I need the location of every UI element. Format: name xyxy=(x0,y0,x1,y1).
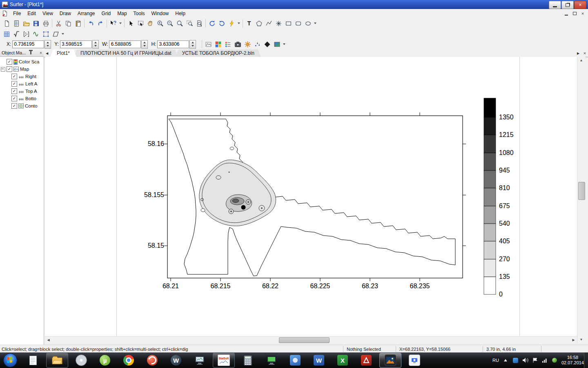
menu-grid[interactable]: Grid xyxy=(98,9,114,18)
vector-map-button[interactable] xyxy=(262,40,272,49)
checkbox-checked[interactable]: ✓ xyxy=(11,96,17,101)
language-indicator[interactable]: RU xyxy=(492,358,499,363)
context-help-button[interactable] xyxy=(108,19,118,28)
taskbar-blue-app[interactable] xyxy=(285,353,306,367)
dropdown-caret-icon[interactable] xyxy=(119,22,122,24)
h-input[interactable] xyxy=(157,40,189,48)
taskbar-chrome[interactable] xyxy=(118,353,139,367)
menu-file[interactable]: File xyxy=(10,9,24,18)
polygon-tool-button[interactable] xyxy=(254,19,264,28)
mdi-minimize-button[interactable] xyxy=(563,10,570,16)
vertical-scroll-thumb[interactable] xyxy=(578,182,585,200)
rounded-rect-tool-button[interactable] xyxy=(293,19,303,28)
zoom-out-button[interactable] xyxy=(165,19,175,28)
zoom-window-button[interactable] xyxy=(185,19,194,28)
save-button[interactable] xyxy=(31,19,41,28)
pin-icon[interactable] xyxy=(30,51,31,54)
grid-spline-button[interactable] xyxy=(31,29,41,39)
dropdown-caret-icon[interactable] xyxy=(238,22,240,24)
taskbar-red-app[interactable] xyxy=(142,353,163,367)
y-tick-label[interactable]: 58.15 xyxy=(148,242,164,249)
x-tick-label[interactable]: 68.215 xyxy=(211,283,231,289)
y-tick-label[interactable]: 58.155 xyxy=(144,191,164,198)
network-icon[interactable] xyxy=(542,357,548,364)
x-tick-label[interactable]: 68.22 xyxy=(262,283,278,289)
tab-close-button[interactable]: × xyxy=(581,49,588,57)
polyline-tool-button[interactable] xyxy=(264,19,274,28)
redraw-button[interactable] xyxy=(207,19,217,28)
cut-button[interactable] xyxy=(53,19,63,28)
dropdown-caret-icon[interactable] xyxy=(283,43,285,45)
menu-arrange[interactable]: Arrange xyxy=(74,9,98,18)
volume-icon[interactable] xyxy=(522,357,528,364)
grid-button[interactable] xyxy=(2,29,11,39)
grid-node-edit-button[interactable] xyxy=(41,29,51,39)
menu-help[interactable]: Help xyxy=(172,9,189,18)
digitize-button[interactable] xyxy=(227,19,236,28)
rectangle-tool-button[interactable] xyxy=(283,19,293,28)
zoom-page-button[interactable] xyxy=(194,19,204,28)
y-tick-label[interactable]: 58.16 xyxy=(148,140,164,147)
color-scale-bar[interactable] xyxy=(484,98,496,294)
panel-close-button[interactable]: × xyxy=(38,51,44,55)
taskbar-statistica[interactable]: StatSoft xyxy=(213,353,235,368)
text-tool-button[interactable]: T xyxy=(244,19,254,28)
taskbar-excel[interactable]: X xyxy=(332,353,353,367)
menu-edit[interactable]: Edit xyxy=(24,9,39,18)
paste-button[interactable] xyxy=(73,19,83,28)
checkbox-checked[interactable]: ✓ xyxy=(7,66,12,72)
dropdown-caret-icon[interactable] xyxy=(314,22,316,24)
dropdown-caret-icon[interactable] xyxy=(62,33,64,35)
tree-item-right-axis[interactable]: ✓ Right xyxy=(0,73,44,80)
tree-item-contours[interactable]: ✓ Conto xyxy=(0,102,44,110)
checkbox-checked[interactable]: ✓ xyxy=(11,88,17,94)
menu-draw[interactable]: Draw xyxy=(56,9,74,18)
symbol-tool-button[interactable] xyxy=(274,19,283,28)
checkbox-checked[interactable]: ✓ xyxy=(11,74,17,79)
surface-map-button[interactable] xyxy=(243,40,252,49)
tab-plot1[interactable]: Plot1* xyxy=(50,49,76,57)
grid-math-button[interactable] xyxy=(11,29,21,39)
taskbar-adobe-reader[interactable] xyxy=(356,353,377,367)
taskbar-cd-player[interactable] xyxy=(71,353,92,367)
x-tick-label[interactable]: 68.21 xyxy=(163,283,179,289)
contour-map-button[interactable] xyxy=(213,40,223,49)
taskbar-clock[interactable]: 16:58 02.07.2014 xyxy=(561,355,584,366)
scroll-down-button[interactable]: ▼ xyxy=(577,336,585,343)
tree-item-left-axis[interactable]: ✓ Left A xyxy=(0,80,44,88)
taskbar-metrology-app[interactable] xyxy=(404,353,425,367)
image-map-button[interactable] xyxy=(272,40,282,49)
h-spinner[interactable] xyxy=(189,40,196,49)
tab-bln-file[interactable]: УСТЬЕ ТОБОЛА БОРДЮР-2.bln xyxy=(176,49,261,57)
taskbar-notepad[interactable] xyxy=(22,353,44,367)
mdi-restore-button[interactable] xyxy=(571,10,578,16)
tree-item-bottom-axis[interactable]: ✓ Botto xyxy=(0,95,44,102)
select-button[interactable] xyxy=(126,19,136,28)
x-spinner[interactable] xyxy=(45,40,51,49)
contour-anomaly[interactable] xyxy=(199,147,276,226)
taskbar-word[interactable]: W xyxy=(308,353,330,367)
horizontal-scroll-thumb[interactable] xyxy=(279,337,330,343)
taskbar-w-app[interactable]: W xyxy=(165,353,187,367)
base-map-button[interactable] xyxy=(203,40,213,49)
start-button[interactable] xyxy=(3,353,17,367)
tab-dat-file[interactable]: ПЛОТНОСТИ НА 50 Гц И ГРАНИЦЫ.dat xyxy=(74,49,178,57)
menu-tools[interactable]: Tools xyxy=(130,9,148,18)
redo-button[interactable] xyxy=(96,19,105,28)
print-button[interactable] xyxy=(41,19,51,28)
y-spinner[interactable] xyxy=(92,40,99,49)
checkbox-checked[interactable]: ✓ xyxy=(11,103,17,109)
x-tick-label[interactable]: 68.235 xyxy=(410,283,430,289)
menu-map[interactable]: Map xyxy=(114,9,130,18)
show-desktop-button[interactable] xyxy=(584,352,588,368)
tray-utorrent-icon[interactable] xyxy=(512,357,519,364)
w-input[interactable] xyxy=(109,40,141,48)
restore-button[interactable] xyxy=(561,1,574,9)
grid-matrix-button[interactable] xyxy=(21,29,31,39)
x-tick-label[interactable]: 68.23 xyxy=(362,283,378,289)
action-center-flag-icon[interactable] xyxy=(532,357,538,364)
taskbar-explorer[interactable] xyxy=(46,353,68,368)
screenshot-button[interactable] xyxy=(233,40,243,49)
tree-item-map[interactable]: ✓ Map xyxy=(0,65,44,73)
legend-button[interactable] xyxy=(223,40,233,49)
